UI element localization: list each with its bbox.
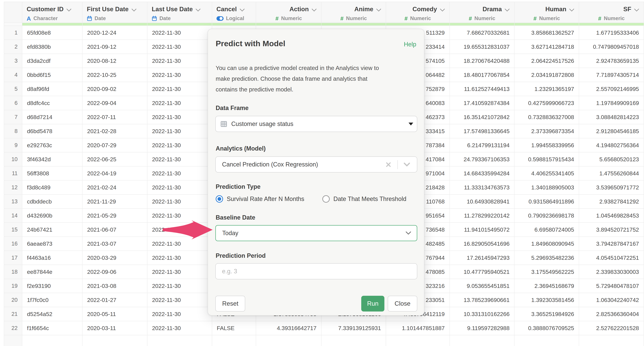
cell[interactable]: 16.351421072842 — [450, 110, 514, 124]
column-header-human[interactable]: Human#Numeric — [514, 2, 579, 23]
cell[interactable]: 2022-11-30 — [147, 96, 212, 110]
cell[interactable]: 0.4275999066723 — [514, 96, 579, 110]
cell[interactable]: 1.849608090945 — [514, 237, 579, 251]
cell[interactable]: 0.5988157915434 — [514, 152, 579, 166]
cell[interactable]: 4.406255341405 — [514, 166, 579, 180]
cell[interactable]: 0.7328836327008 — [514, 110, 579, 124]
cell[interactable]: efd8380b — [22, 40, 82, 54]
cell[interactable]: 3.175549562225 — [514, 265, 579, 279]
cell[interactable]: 13.785239690661 — [450, 293, 514, 307]
cell[interactable]: 2022-11-30 — [147, 293, 212, 307]
cell[interactable]: 2020-08-12 — [82, 54, 147, 68]
column-header-last-use-date[interactable]: Last Use DateDate — [147, 2, 212, 23]
cell[interactable]: 1f7fc0c0 — [22, 293, 82, 307]
cell[interactable]: 17.410592874384 — [450, 96, 514, 110]
cell[interactable]: 2022-11-30 — [147, 152, 212, 166]
chevron-down-icon[interactable] — [405, 230, 412, 236]
column-header-first-use-date[interactable]: First Use DateDate — [82, 2, 147, 23]
cell[interactable]: 2022-10-25 — [82, 68, 147, 82]
prediction-period-input[interactable] — [216, 264, 417, 279]
radio-selected-icon[interactable] — [216, 195, 223, 203]
cell[interactable]: 6aeae873 — [22, 237, 82, 251]
cell[interactable]: 2022-11-30 — [147, 82, 212, 96]
cell[interactable]: 0.9315864911896 — [514, 194, 579, 208]
cell[interactable]: 1.063042240742 — [579, 293, 644, 307]
cell[interactable]: 2.924783659135 — [579, 54, 644, 68]
cell[interactable]: 2.557092146995 — [579, 82, 644, 96]
cell[interactable]: 65fd08e8 — [22, 26, 82, 40]
cell[interactable]: 6.69580724005 — [514, 223, 579, 237]
radio-unselected-icon[interactable] — [322, 195, 330, 203]
cell[interactable]: 1.994558339956 — [514, 138, 579, 152]
cell[interactable]: 2020-09-02 — [82, 82, 147, 96]
cell[interactable]: d8dfc4cc — [22, 96, 82, 110]
cell[interactable]: 9.053655451851 — [450, 279, 514, 293]
column-header-sf[interactable]: SF#Numeric — [579, 2, 644, 23]
cell[interactable]: 0bbd6f15 — [22, 68, 82, 82]
cell[interactable]: f1f6654c — [22, 321, 82, 335]
cell[interactable]: 10.477795940521 — [450, 265, 514, 279]
cell[interactable]: f3d8c489 — [22, 180, 82, 194]
cell[interactable]: 2.034191872808 — [514, 68, 579, 82]
cell[interactable]: 10.331310162266 — [450, 307, 514, 321]
cell[interactable]: 2.527622201528 — [579, 321, 644, 335]
cell[interactable]: 2021-09-12 — [82, 40, 147, 54]
cell[interactable]: 1.101447851887 — [386, 321, 450, 335]
prediction-period-field[interactable] — [215, 263, 417, 279]
cell[interactable]: 2022-11-30 — [147, 124, 212, 138]
cell[interactable]: 11.612527449413 — [450, 82, 514, 96]
chevron-down-icon[interactable] — [240, 8, 245, 11]
cell[interactable]: 0.7479809457018 — [579, 40, 644, 54]
cell[interactable]: 2022-11-30 — [147, 307, 212, 321]
baseline-date-select[interactable]: Today — [215, 225, 417, 241]
cell[interactable]: 7.339139125931 — [321, 321, 386, 335]
cell[interactable]: 2022-11-30 — [147, 180, 212, 194]
cell[interactable]: 1.23291365197 — [514, 82, 579, 96]
cell[interactable]: ee87844e — [22, 265, 82, 279]
chevron-down-icon[interactable] — [66, 8, 72, 11]
cell[interactable]: 5.729480478107 — [579, 279, 644, 293]
clear-x-icon[interactable] — [386, 162, 392, 168]
cell[interactable]: 9.119597282988 — [450, 321, 514, 335]
cell[interactable]: 2022-11-30 — [147, 54, 212, 68]
dropdown-caret-icon[interactable] — [408, 123, 413, 125]
cell[interactable]: 11.278299220142 — [450, 208, 514, 223]
chevron-down-icon[interactable] — [376, 8, 381, 11]
cell[interactable]: 2.064224517526 — [514, 54, 579, 68]
radio-option-date-threshold[interactable]: Date That Meets Threshold — [322, 195, 406, 203]
cell[interactable]: 11.333134763573 — [450, 180, 514, 194]
cell[interactable]: 0.3888076709525 — [514, 321, 579, 335]
cell[interactable]: 14.684335994284 — [450, 166, 514, 180]
cell[interactable]: 2022-11-30 — [147, 68, 212, 82]
cell[interactable]: 18.270676420488 — [450, 54, 514, 68]
cell[interactable]: 2022-09-06 — [82, 265, 147, 279]
cell[interactable]: f4463a16 — [22, 251, 82, 265]
cell[interactable]: 2022-09-04 — [82, 96, 147, 110]
chevron-down-icon[interactable] — [634, 8, 639, 11]
cell[interactable]: 2.825366360404 — [579, 307, 644, 321]
cell[interactable]: 2022-11-30 — [147, 26, 212, 40]
cell[interactable]: 3.794287847167 — [579, 237, 644, 251]
cell[interactable]: e292763c — [22, 138, 82, 152]
cell[interactable]: 2021-11-29 — [82, 194, 147, 208]
cell[interactable]: 2020-05-11 — [82, 307, 147, 321]
cell[interactable]: 2022-11-30 — [147, 110, 212, 124]
cell[interactable]: 56ff3808 — [22, 166, 82, 180]
cell[interactable]: 3.365251984926 — [514, 307, 579, 321]
cell[interactable]: 7.686270332681 — [450, 26, 514, 40]
cell[interactable]: d6bd5478 — [22, 124, 82, 138]
cell[interactable]: 2021-06-07 — [82, 223, 147, 237]
cell[interactable]: 2022-11-30 — [147, 321, 212, 335]
cell[interactable]: 4.39316642717 — [256, 321, 321, 335]
cell[interactable]: d432690b — [22, 208, 82, 223]
cell[interactable]: 3.858681362527 — [514, 26, 579, 40]
cell[interactable]: 5.296935482236 — [514, 251, 579, 265]
cell[interactable]: 0.7909236698178 — [514, 208, 579, 223]
cell[interactable]: 1.045469828453 — [579, 208, 644, 223]
cell[interactable]: 4.054510472251 — [579, 251, 644, 265]
cell[interactable]: FALSE — [212, 321, 256, 335]
run-button[interactable]: Run — [361, 296, 384, 312]
cell[interactable]: 2022-11-30 — [147, 251, 212, 265]
cell[interactable]: 17.574981336645 — [450, 124, 514, 138]
cell[interactable]: 2022-11-30 — [147, 40, 212, 54]
